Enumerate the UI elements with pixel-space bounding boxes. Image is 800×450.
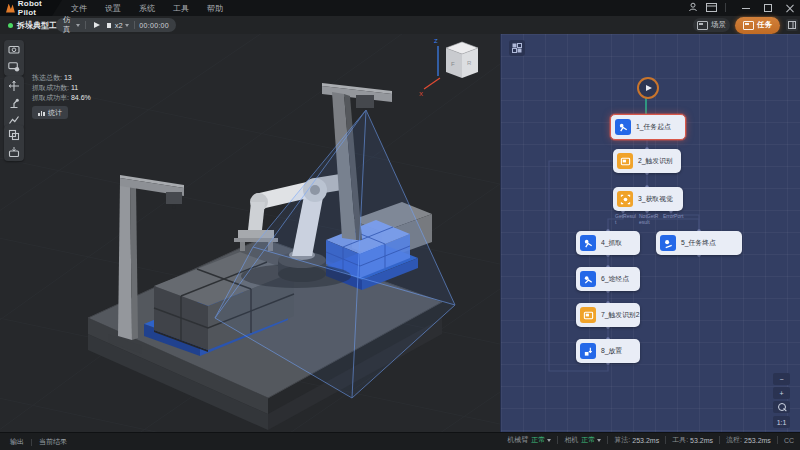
zoom-reset-button[interactable]: 1:1 xyxy=(773,416,790,428)
x-axis xyxy=(424,78,440,89)
project-status-dot xyxy=(8,23,13,28)
trigger-recognition-icon xyxy=(617,153,633,169)
flow-node-task-end[interactable]: 5_任务终点 xyxy=(656,231,742,255)
node-label: 2_触发识别 xyxy=(638,156,673,166)
magnifier-icon xyxy=(778,403,786,411)
port-label-error-port: ErrorPort xyxy=(663,214,685,220)
close-button[interactable] xyxy=(786,4,794,12)
scene-tab-button[interactable]: 场景 xyxy=(693,18,730,32)
chevron-down-icon xyxy=(76,24,80,27)
3d-viewport[interactable]: F R Z X xyxy=(0,34,500,432)
flow-node-place[interactable]: 8_放置 xyxy=(576,339,640,363)
scene-tab-label: 场景 xyxy=(711,20,726,30)
status-badge: CC xyxy=(784,437,794,444)
maximize-button[interactable] xyxy=(764,4,772,12)
user-icon[interactable] xyxy=(688,2,698,12)
trigger-recognition-icon xyxy=(580,307,596,323)
flow-node-task-start[interactable]: 1_任务起点 xyxy=(610,114,686,140)
stat-row: 拣选总数:13 xyxy=(32,73,91,83)
get-vision-icon xyxy=(617,191,633,207)
divider xyxy=(665,436,666,444)
stat-value: 84.6% xyxy=(71,94,91,101)
status-value: 正常 xyxy=(531,435,545,445)
menu-help[interactable]: 帮助 xyxy=(198,3,232,14)
status-flow-time: 流程: 253.2ms xyxy=(726,435,771,445)
task-end-icon xyxy=(660,235,676,251)
task-tab-label: 任务 xyxy=(757,20,772,30)
sidebar-edit-group xyxy=(4,125,24,161)
flow-node-trigger-recognition[interactable]: 2_触发识别 xyxy=(613,149,681,173)
flow-node-trigger-recognition-2[interactable]: 7_触发识别2 xyxy=(576,303,640,327)
chevron-down-icon xyxy=(597,439,601,442)
app-logo: Robot Pilot xyxy=(0,0,62,16)
mode-select[interactable]: 仿真 xyxy=(63,15,74,35)
scene-icon xyxy=(697,21,708,30)
task-tab-button[interactable]: 任务 xyxy=(735,17,780,34)
cube-right-label: R xyxy=(467,60,472,66)
play-button[interactable] xyxy=(94,22,100,28)
stat-value: 13 xyxy=(64,74,72,81)
flow-start-node[interactable] xyxy=(637,77,659,99)
grab-icon xyxy=(580,235,596,251)
waypoint-icon xyxy=(580,271,596,287)
camera-settings-icon[interactable] xyxy=(6,60,22,73)
status-value: 53.2ms xyxy=(690,437,713,444)
menubar: 文件 设置 系统 工具 帮助 xyxy=(62,0,232,16)
flow-grid-button[interactable] xyxy=(509,40,525,56)
zoom-out-button[interactable]: − xyxy=(773,373,790,385)
divider xyxy=(31,439,32,446)
node-label: 7_触发识别2 xyxy=(601,310,640,320)
app-logo-icon xyxy=(6,4,15,13)
tab-current-result[interactable]: 当前结果 xyxy=(39,437,67,447)
nav-cube[interactable]: F R Z X xyxy=(419,38,478,97)
chevron-down-icon xyxy=(125,24,129,27)
sidebar-view-group xyxy=(4,40,24,76)
status-label: 机械臂 xyxy=(507,435,528,445)
window-layout-icon[interactable] xyxy=(706,3,717,12)
z-axis-label: Z xyxy=(434,38,438,44)
minimize-button[interactable] xyxy=(742,8,750,9)
task-start-icon xyxy=(615,119,631,135)
flow-node-get-vision[interactable]: 3_获取视觉 xyxy=(613,187,683,211)
titlebar-icons xyxy=(688,2,726,12)
stat-label: 抓取成功率: xyxy=(32,94,69,101)
flow-node-waypoint[interactable]: 6_途经点 xyxy=(576,267,640,291)
play-icon xyxy=(646,85,652,91)
coordinate-jog-icon[interactable] xyxy=(6,79,22,92)
menu-file[interactable]: 文件 xyxy=(62,3,96,14)
node-label: 6_途经点 xyxy=(601,274,629,284)
zoom-fit-button[interactable] xyxy=(773,401,790,413)
panel-toggle-button[interactable] xyxy=(786,19,798,31)
node-label: 8_放置 xyxy=(601,346,622,356)
menu-settings[interactable]: 设置 xyxy=(96,3,130,14)
status-robot-arm[interactable]: 机械臂 正常 xyxy=(507,435,551,445)
status-value: 253.2ms xyxy=(744,437,771,444)
titlebar: Robot Pilot 文件 设置 系统 工具 帮助 xyxy=(0,0,800,16)
camera-view-icon[interactable] xyxy=(6,43,22,56)
place-icon xyxy=(580,343,596,359)
node-label: 1_任务起点 xyxy=(636,122,671,132)
task-icon xyxy=(743,21,754,30)
divider xyxy=(725,3,726,12)
zoom-in-button[interactable]: + xyxy=(773,387,790,399)
node-label: 3_获取视觉 xyxy=(638,194,673,204)
statistics-label: 统计 xyxy=(48,108,62,118)
divider xyxy=(85,21,86,29)
flow-node-grab[interactable]: 4_抓取 xyxy=(576,231,640,255)
robot-arm-icon[interactable] xyxy=(6,96,22,109)
layers-copy-icon[interactable] xyxy=(6,128,22,141)
task-flow-panel[interactable]: 1_任务起点 2_触发识别 3_获取视觉 GetResult NotGetRes… xyxy=(500,34,800,432)
capture-export-icon[interactable] xyxy=(6,145,22,158)
stat-label: 拣选总数: xyxy=(32,74,62,81)
status-algorithm-time: 算法: 253.2ms xyxy=(614,435,659,445)
statistics-button[interactable]: 统计 xyxy=(32,106,68,119)
speed-select[interactable]: x2 xyxy=(115,21,123,30)
menu-tools[interactable]: 工具 xyxy=(164,3,198,14)
status-camera[interactable]: 相机 正常 xyxy=(564,435,601,445)
divider xyxy=(557,436,558,444)
stop-button[interactable] xyxy=(107,23,111,28)
status-value: 253.2ms xyxy=(632,437,659,444)
menu-system[interactable]: 系统 xyxy=(130,3,164,14)
tab-output[interactable]: 输出 xyxy=(10,437,24,447)
device-status: 机械臂 正常 相机 正常 算法: 253.2ms 工具: 53.2ms 流程: … xyxy=(507,435,794,445)
